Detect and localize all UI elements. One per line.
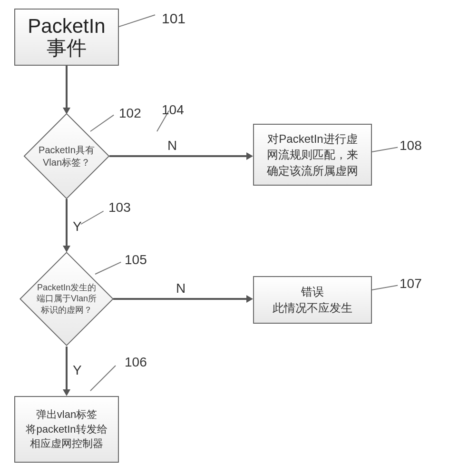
label-101: 101 [162,10,185,27]
arrowhead-d2-yes [63,389,70,396]
leader-101 [119,14,156,27]
label-108: 108 [400,138,422,153]
leader-106 [90,365,116,391]
label-106: 106 [125,355,147,370]
decision-vlan-tag-text: PacketIn具有 Vlan标签？ [34,144,99,169]
edge-d2-yes-label: Y [73,363,82,378]
process-match-rules: 对PacketIn进行虚 网流规则匹配，来 确定该流所属虚网 [253,124,372,186]
arrow-d1-yes [66,199,68,247]
leader-108 [372,147,398,152]
arrowhead-d2-no [246,295,253,303]
start-node: PacketIn 事件 [14,9,119,66]
label-103: 103 [108,200,131,215]
start-line2: 事件 [47,37,87,59]
decision-port-vlan: PacketIn发生的 端口属于Vlan所 标识的虚网？ [24,251,109,347]
edge-d1-no-label: N [167,138,177,153]
arrow-d1-no [109,155,247,157]
edge-d1-yes-label: Y [73,219,82,234]
decision-port-vlan-text: PacketIn发生的 端口属于Vlan所 标识的虚网？ [32,282,101,316]
leader-107 [372,285,398,290]
edge-d2-no-label: N [176,281,185,296]
arrow-d2-yes [66,347,68,390]
label-107: 107 [400,276,422,291]
label-104: 104 [162,102,184,118]
leader-103 [81,211,104,225]
start-line1: PacketIn [28,15,105,37]
label-105: 105 [125,252,147,268]
arrow-start-d1 [66,66,68,109]
arrow-d2-no [113,298,247,300]
process-error: 错误 此情况不应发生 [253,276,372,324]
label-102: 102 [119,106,141,121]
arrowhead-d1-no [246,152,253,160]
process-forward: 弹出vlan标签 将packetIn转发给 相应虚网控制器 [14,396,119,463]
